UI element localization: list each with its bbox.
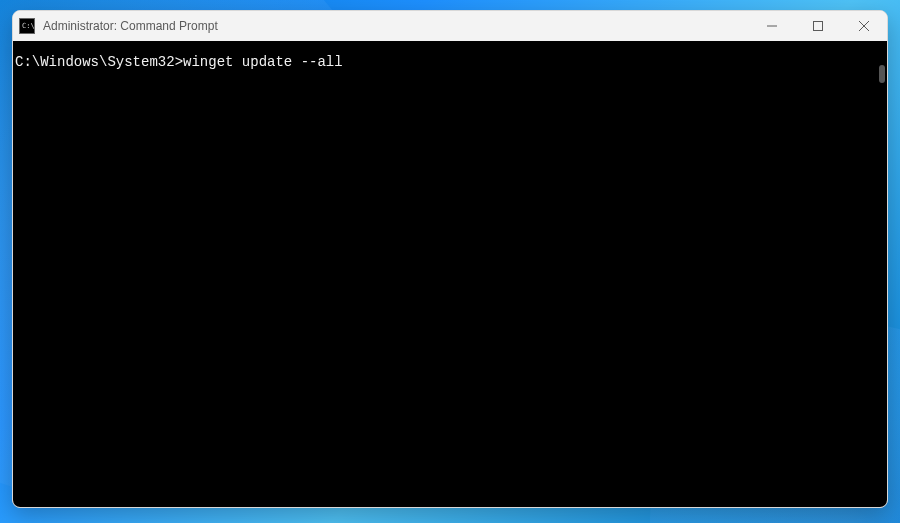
cmd-icon: C:\: [19, 18, 35, 34]
text-cursor: [343, 55, 351, 70]
maximize-button[interactable]: [795, 11, 841, 41]
scrollbar-thumb[interactable]: [879, 65, 885, 83]
cmd-icon-label: C:\: [22, 23, 35, 30]
svg-rect-1: [814, 22, 823, 31]
maximize-icon: [813, 21, 823, 31]
window-controls: [749, 11, 887, 41]
prompt-text: C:\Windows\System32>: [15, 54, 183, 70]
terminal-line: C:\Windows\System32>winget update --all: [15, 53, 887, 73]
terminal-area[interactable]: C:\Windows\System32>winget update --all: [13, 41, 887, 507]
command-prompt-window: C:\ Administrator: Command Prompt C:\Win…: [12, 10, 888, 508]
minimize-button[interactable]: [749, 11, 795, 41]
command-text: winget update --all: [183, 54, 343, 70]
minimize-icon: [767, 21, 777, 31]
window-title: Administrator: Command Prompt: [43, 19, 218, 33]
close-button[interactable]: [841, 11, 887, 41]
titlebar[interactable]: C:\ Administrator: Command Prompt: [13, 11, 887, 41]
close-icon: [859, 21, 869, 31]
